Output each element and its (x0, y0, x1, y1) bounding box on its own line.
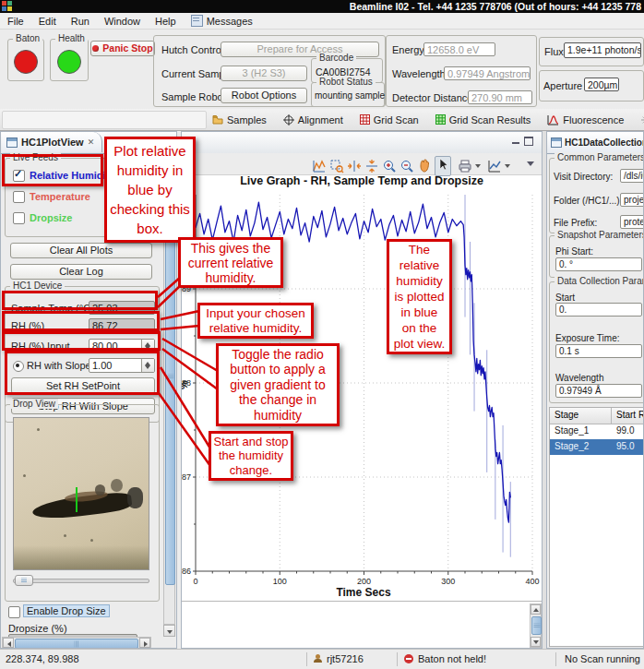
callout-current-rh: This gives the current relative humidity… (178, 237, 283, 288)
top-control-panel: Baton Health Panic Stop Hutch Control : … (0, 30, 644, 110)
robot-options-button[interactable]: Robot Options (221, 88, 307, 103)
folder-field[interactable]: proje (620, 193, 644, 207)
file-prefix-field[interactable]: prote (620, 215, 644, 229)
chart-title: Live Graph - RH, Sample Temp and Dropsiz… (182, 174, 542, 187)
fit-vertical-icon[interactable] (364, 159, 379, 173)
menu-file[interactable]: File (7, 16, 24, 27)
minimize-icon[interactable] (511, 137, 521, 146)
print-dropdown-caret[interactable] (475, 164, 481, 168)
log-vscroll-thumb[interactable] (531, 616, 542, 635)
pointer-icon (435, 157, 450, 172)
start-field[interactable]: 0. (555, 303, 642, 317)
pan-icon[interactable] (417, 159, 432, 173)
svg-text:%: % (182, 380, 189, 389)
dropsize-checkbox[interactable] (13, 212, 25, 224)
svg-text:Time Secs: Time Secs (336, 586, 390, 599)
pointer-tool-selected[interactable] (435, 156, 451, 176)
tab-grid-scan[interactable]: Grid Scan (360, 114, 419, 125)
hscroll-thumb[interactable] (15, 639, 138, 649)
tab-alignment[interactable]: Alignment (283, 114, 343, 125)
stage-table-header[interactable]: Stage Start RH (550, 408, 644, 424)
hc1datacollection-tab[interactable]: HC1DataCollection ✕ (548, 132, 644, 152)
flux-group: Flux 1.9e+11 photon/s (539, 37, 644, 66)
svg-text:200: 200 (357, 577, 371, 586)
hscroll-left-button[interactable] (3, 638, 14, 648)
status-bar: 228.374, 89.988 rjt57216 Baton not held!… (0, 649, 644, 669)
maximize-icon[interactable] (524, 137, 534, 146)
clear-all-plots-button[interactable]: Clear All Plots (10, 243, 152, 258)
menu-messages[interactable]: Messages (191, 15, 253, 27)
drop-image-slider[interactable] (13, 575, 148, 584)
plot-view-header (182, 132, 542, 154)
chart-options-icon[interactable] (487, 159, 502, 173)
autoscale-icon[interactable] (312, 159, 327, 173)
baton-indicator-lamp (14, 50, 38, 74)
zoom-in-icon[interactable] (382, 159, 397, 173)
view-icon (551, 137, 562, 148)
svg-text:0: 0 (193, 577, 197, 586)
scan-status: No Scan running (565, 653, 640, 664)
exposure-time-field[interactable]: 0.1 s (555, 344, 642, 358)
callout-start-stop: Start and stop the humidity change. (209, 431, 293, 481)
left-panel-hscrollbar[interactable] (2, 637, 151, 649)
print-icon[interactable] (458, 159, 472, 173)
log-vscrollbar[interactable] (530, 603, 542, 648)
table-row-selected[interactable]: Stage_2 95.0 (550, 439, 644, 455)
energy-field[interactable]: 12658.0 eV (423, 42, 495, 56)
hc1-data-collection-panel: HC1DataCollection ✕ Common Parameters Vi… (546, 131, 644, 649)
baton-group: Baton (7, 39, 44, 81)
menu-help[interactable]: Help (155, 16, 176, 27)
baton-status: Baton not held! (418, 653, 486, 664)
hscroll-right-button[interactable] (139, 638, 150, 648)
chart-dropdown-caret[interactable] (505, 164, 510, 168)
tab-data-collection[interactable]: Data Collection (640, 114, 644, 125)
temperature-checkbox[interactable] (13, 191, 25, 203)
view-menu-icon[interactable] (527, 161, 534, 166)
clear-log-button[interactable]: Clear Log (10, 264, 152, 280)
user-icon (314, 654, 322, 663)
zoom-region-icon[interactable] (329, 159, 344, 173)
aperture-group: Aperture 200µm (539, 70, 644, 102)
svg-text:87: 87 (182, 472, 191, 482)
menu-edit[interactable]: Edit (39, 16, 56, 27)
current-sample-button[interactable]: 3 (H2 S3) (221, 66, 307, 81)
phi-start-field[interactable]: 0. ° (555, 257, 642, 271)
table-row[interactable]: Stage_1 99.0 (550, 424, 644, 439)
tab-fluorescence[interactable]: Fluorescence (547, 114, 624, 125)
menu-window[interactable]: Window (104, 16, 140, 27)
wavelength-field[interactable]: 0.97949 Å (555, 384, 642, 398)
measurement-line (76, 487, 78, 511)
flux-field[interactable]: 1.9e+11 photon/s (564, 42, 641, 58)
enable-drop-size-checkbox[interactable] (8, 606, 20, 618)
panic-stop-button[interactable]: Panic Stop (90, 41, 155, 56)
svg-text:86: 86 (182, 567, 191, 576)
vscroll-down-button[interactable] (163, 625, 175, 637)
tab-samples[interactable]: Samples (212, 114, 267, 125)
callout-plot-humidity: Plot relative humidity in blue by checki… (104, 137, 196, 243)
application-window: Beamline I02 - Tel. +44 1235 778706 (Out… (0, 0, 644, 669)
menu-run[interactable]: Run (71, 16, 89, 27)
plot-toolbar (182, 153, 542, 175)
hutch-group: Hutch Control : Prepare for Access Curre… (153, 35, 386, 107)
drop-camera-image (13, 417, 149, 570)
tab-grid-scan-results[interactable]: Grid Scan Results (435, 114, 531, 125)
app-icon (2, 1, 12, 11)
svg-text:300: 300 (441, 577, 455, 586)
enable-drop-size-label[interactable]: Enable Drop Size (23, 604, 110, 617)
hc1plotview-tab[interactable]: HC1PlotView ✕ (2, 132, 102, 152)
cursor-coordinates: 228.374, 89.988 (6, 653, 79, 664)
close-icon[interactable]: ✕ (88, 137, 95, 147)
detector-distance-field[interactable]: 270.90 mm (468, 90, 532, 104)
slider-thumb[interactable] (15, 575, 33, 586)
annotation-rect-live-feeds (2, 154, 103, 186)
beam-group: Energy 12658.0 eV Wavelength 0.97949 Ang… (386, 35, 537, 107)
grid-red-icon (360, 114, 370, 125)
aperture-field[interactable]: 200µm (584, 78, 619, 91)
baton-not-held-icon (404, 654, 413, 663)
workspace-toolbar-area (2, 111, 207, 129)
zoom-out-icon[interactable] (400, 159, 414, 173)
wavelength-field[interactable]: 0.97949 Angstrom (444, 66, 531, 80)
visit-directory-field[interactable]: /dls/i0 (620, 169, 644, 183)
fit-horizontal-icon[interactable] (347, 159, 362, 173)
robot-status-group: Robot Status mounting sample (311, 82, 385, 107)
